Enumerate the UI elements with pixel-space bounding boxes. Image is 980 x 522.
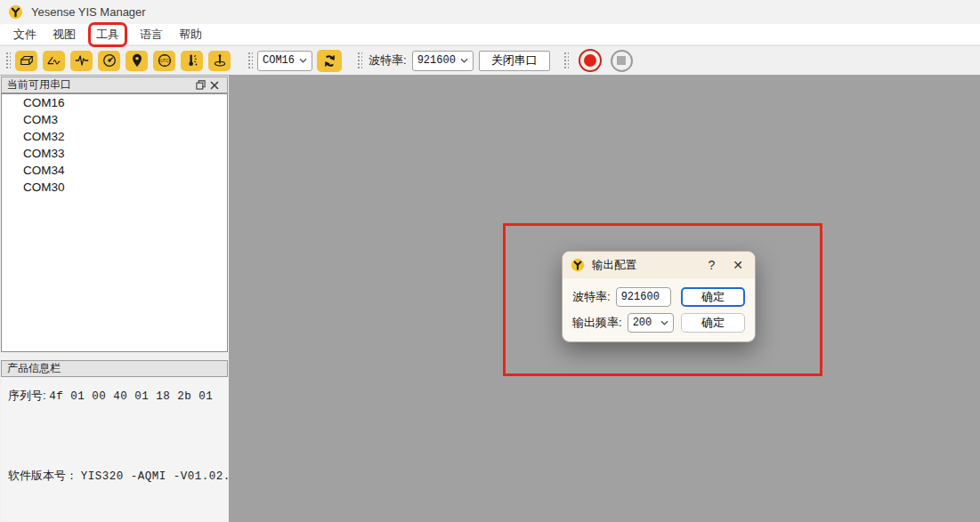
- dialog-titlebar: 输出配置 ? ✕: [563, 252, 755, 278]
- chevron-down-icon: [460, 58, 468, 63]
- chevron-down-icon: [664, 294, 666, 300]
- app-window: Yesense YIS Manager 文件 视图 工具 语言 帮助: [0, 0, 980, 522]
- list-item[interactable]: COM34: [2, 162, 227, 179]
- serial-number-label: 序列号:: [8, 389, 46, 402]
- baud-rate-row: 波特率: 921600 确定: [572, 287, 745, 307]
- toolbar: UTC COM16: [0, 45, 980, 76]
- angle-waveform-icon[interactable]: [43, 51, 65, 71]
- info-panel-header: 产品信息栏: [1, 360, 228, 377]
- output-rate-select[interactable]: 200: [628, 313, 674, 333]
- toolbar-drag-handle[interactable]: [356, 51, 362, 70]
- main-area: 输出配置 ? ✕ 波特率: 921600 确定 输出频率:: [229, 76, 980, 522]
- port-list: COM16 COM3 COM32 COM33 COM34 COM30: [1, 93, 228, 352]
- help-icon[interactable]: ?: [702, 258, 720, 272]
- location-pin-icon[interactable]: [126, 51, 148, 71]
- utc-clock-icon[interactable]: UTC: [153, 51, 175, 71]
- baud-rate-value: 921600: [621, 291, 660, 303]
- list-item[interactable]: COM32: [2, 128, 227, 145]
- attitude-level-icon[interactable]: [208, 51, 231, 71]
- ports-panel-header: 当前可用串口: [1, 76, 228, 93]
- baud-rate-select[interactable]: 921600: [412, 51, 474, 71]
- list-item[interactable]: COM33: [2, 145, 227, 162]
- info-panel-title: 产品信息栏: [7, 361, 61, 376]
- app-body: 当前可用串口 COM16 COM3 COM32 COM33 COM34 COM3…: [0, 76, 980, 522]
- list-item[interactable]: COM16: [2, 94, 227, 111]
- port-select[interactable]: COM16: [257, 51, 312, 71]
- menu-view[interactable]: 视图: [47, 25, 81, 44]
- output-config-dialog: 输出配置 ? ✕ 波特率: 921600 确定 输出频率:: [562, 251, 756, 342]
- record-icon: [584, 54, 596, 67]
- stop-icon: [617, 56, 626, 65]
- serial-number-value: 4f 01 00 40 01 18 2b 01: [49, 390, 213, 403]
- close-icon[interactable]: [207, 79, 222, 92]
- confirm-button[interactable]: 确定: [681, 313, 745, 333]
- menu-file[interactable]: 文件: [8, 25, 42, 44]
- menu-tools[interactable]: 工具: [91, 25, 125, 44]
- output-rate-value: 200: [633, 317, 652, 329]
- toolbar-drag-handle[interactable]: [4, 51, 11, 70]
- software-version-value: YIS320 -AQMI -V01.02.03;: [81, 470, 252, 483]
- thermometer-icon[interactable]: [181, 51, 203, 71]
- software-version-line: 软件版本号： YIS320 -AQMI -V01.02.03;: [8, 468, 221, 484]
- toolbar-drag-handle[interactable]: [563, 51, 569, 70]
- left-dock: 当前可用串口 COM16 COM3 COM32 COM33 COM34 COM3…: [0, 76, 229, 522]
- chevron-down-icon: [660, 320, 668, 325]
- software-version-label: 软件版本号：: [8, 469, 77, 482]
- menubar: 文件 视图 工具 语言 帮助: [0, 24, 980, 45]
- stop-button[interactable]: [611, 50, 633, 72]
- refresh-icon[interactable]: [317, 50, 342, 72]
- baud-rate-value: 921600: [417, 54, 456, 67]
- yesense-logo-icon: [8, 4, 23, 20]
- baud-rate-select[interactable]: 921600: [616, 287, 671, 307]
- ports-panel-title: 当前可用串口: [7, 77, 71, 92]
- yesense-logo-icon: [571, 258, 585, 272]
- list-item[interactable]: COM3: [2, 111, 227, 128]
- cube-3d-icon[interactable]: [15, 51, 37, 71]
- info-panel-body: 序列号: 4f 01 00 40 01 18 2b 01 软件版本号： YIS3…: [1, 377, 228, 521]
- menu-help[interactable]: 帮助: [174, 25, 207, 44]
- app-title: Yesense YIS Manager: [31, 5, 146, 19]
- dialog-body: 波特率: 921600 确定 输出频率: 200 确定: [563, 278, 755, 333]
- output-rate-row: 输出频率: 200 确定: [572, 313, 745, 333]
- baud-rate-label: 波特率:: [369, 52, 407, 68]
- signal-waveform-icon[interactable]: [70, 51, 93, 71]
- close-serial-button[interactable]: 关闭串口: [479, 51, 550, 71]
- confirm-button[interactable]: 确定: [681, 287, 745, 307]
- dialog-title: 输出配置: [592, 258, 636, 273]
- chevron-down-icon: [299, 58, 307, 63]
- serial-number-line: 序列号: 4f 01 00 40 01 18 2b 01: [8, 388, 221, 404]
- svg-text:UTC: UTC: [160, 59, 169, 63]
- port-select-value: COM16: [263, 54, 295, 67]
- window-titlebar: Yesense YIS Manager: [0, 0, 980, 24]
- close-icon[interactable]: ✕: [727, 258, 749, 272]
- record-button[interactable]: [579, 49, 602, 72]
- float-panel-icon[interactable]: [193, 79, 207, 92]
- toolbar-drag-handle[interactable]: [247, 51, 253, 70]
- baud-rate-label: 波特率:: [572, 289, 611, 305]
- menu-language[interactable]: 语言: [134, 25, 168, 44]
- list-item[interactable]: COM30: [2, 179, 227, 196]
- output-rate-label: 输出频率:: [572, 315, 622, 331]
- gauge-icon[interactable]: [98, 51, 120, 71]
